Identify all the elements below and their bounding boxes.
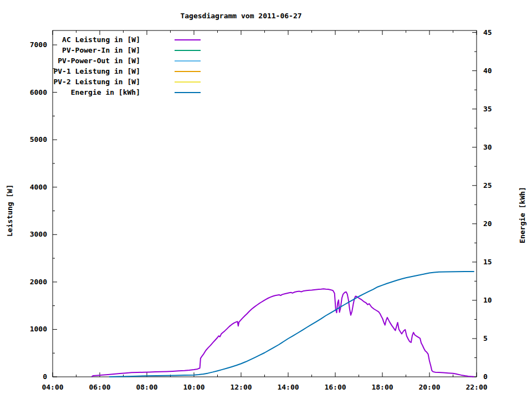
y-left-tick-label: 6000 <box>30 88 47 96</box>
y-left-tick-label: 7000 <box>30 40 47 49</box>
y-right-tick-label: 35 <box>483 105 492 113</box>
y-right-tick-label: 5 <box>483 334 488 342</box>
y-left-tick-label: 3000 <box>30 230 47 238</box>
y-right-tick-label: 25 <box>483 181 492 190</box>
y-right-tick-label: 20 <box>483 219 492 228</box>
legend-item-label: PV-1 Leistung in [W] <box>53 67 140 75</box>
series-line-ac-leistung-in-w <box>91 289 474 377</box>
x-tick-label: 10:00 <box>183 383 204 391</box>
x-tick-label: 14:00 <box>277 383 299 391</box>
plot-area: 04:0006:0008:0010:0012:0014:0016:0018:00… <box>0 0 532 399</box>
y-right-tick-label: 40 <box>483 66 492 75</box>
x-tick-label: 20:00 <box>418 383 440 391</box>
legend-item-label: PV-Power-Out in [W] <box>58 57 140 65</box>
x-tick-label: 04:00 <box>42 383 63 391</box>
legend-item-label: Energie in [kWh] <box>71 88 140 96</box>
y-left-tick-label: 0 <box>43 372 47 381</box>
y-left-tick-label: 5000 <box>30 135 47 144</box>
x-tick-label: 22:00 <box>466 383 487 391</box>
y-right-tick-label: 15 <box>483 258 492 266</box>
x-tick-label: 18:00 <box>371 383 393 391</box>
y-left-tick-label: 4000 <box>30 183 47 191</box>
chart-canvas: Tagesdiagramm vom 2011-06-27 Leistung [W… <box>0 0 532 399</box>
legend-item-label: PV-Power-In in [W] <box>62 46 140 54</box>
x-tick-label: 06:00 <box>89 383 110 391</box>
y-left-tick-label: 1000 <box>30 325 47 333</box>
y-right-tick-label: 10 <box>483 296 492 304</box>
y-right-tick-label: 30 <box>483 143 492 151</box>
x-tick-label: 08:00 <box>136 383 157 391</box>
x-tick-label: 16:00 <box>324 383 346 391</box>
series-line-energie-in-kwh <box>109 272 474 377</box>
y-right-tick-label: 45 <box>483 28 492 37</box>
legend-item-label: PV-2 Leistung in [W] <box>53 78 140 86</box>
x-tick-label: 12:00 <box>230 383 252 391</box>
y-right-tick-label: 0 <box>483 372 488 381</box>
y-left-tick-label: 2000 <box>30 278 47 286</box>
legend-item-label: AC Leistung in [W] <box>62 35 140 44</box>
